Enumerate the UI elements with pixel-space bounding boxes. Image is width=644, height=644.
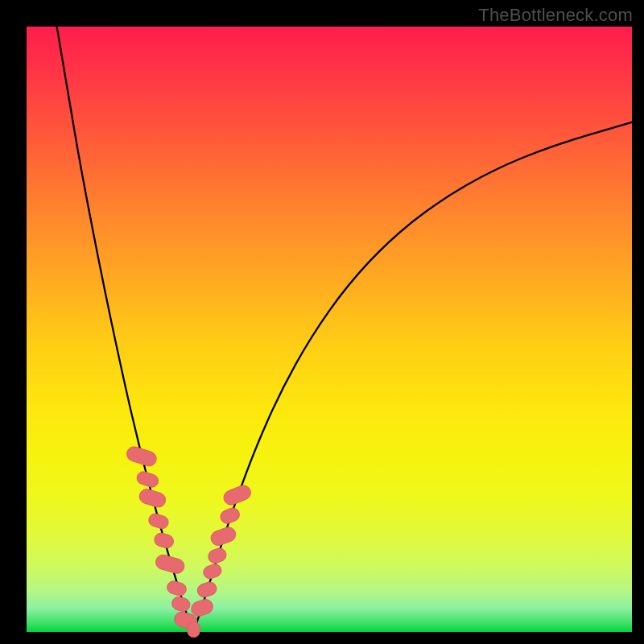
curve-marker (188, 621, 200, 638)
curve-marker (171, 596, 192, 613)
curve-marker (221, 483, 253, 507)
watermark-text: TheBottleneck.com (478, 5, 633, 26)
curve-marker (153, 531, 175, 550)
curve-marker (135, 470, 160, 489)
curve-marker (154, 553, 186, 575)
curve-right-curve (196, 122, 632, 625)
outer-frame: TheBottleneck.com (0, 0, 644, 644)
curve-marker (207, 547, 229, 565)
curve-marker (196, 580, 218, 599)
curve-marker (147, 512, 170, 530)
curve-left-curve (57, 27, 190, 625)
curve-marker (208, 525, 237, 547)
curve-marker (138, 487, 167, 509)
chart-svg (27, 27, 632, 632)
curve-marker (218, 506, 241, 526)
curve-marker (166, 580, 188, 597)
curve-marker (202, 563, 223, 580)
curve-marker (125, 445, 158, 469)
curve-layer (57, 27, 632, 625)
marker-layer (125, 445, 253, 638)
